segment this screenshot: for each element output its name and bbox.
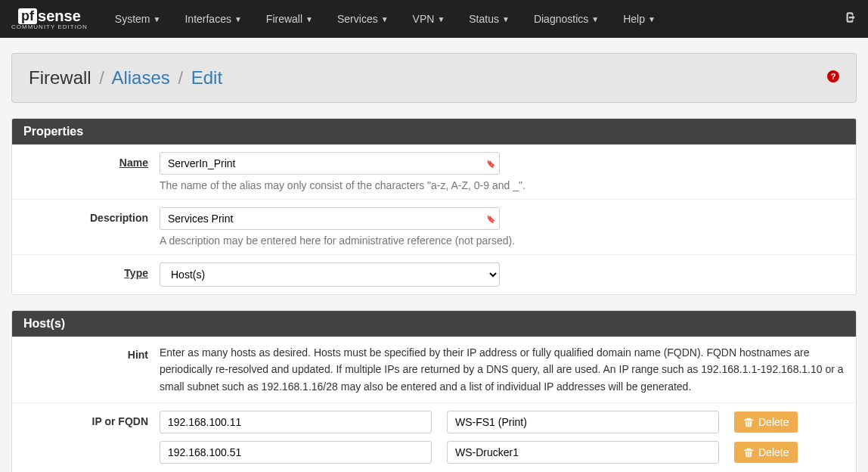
nav-diagnostics[interactable]: Diagnostics▼ xyxy=(522,2,611,36)
hosts-panel: Host(s) Hint Enter as many hosts as desi… xyxy=(11,310,857,472)
lastpass-icon: 🔖 xyxy=(486,215,495,223)
host-desc-input[interactable] xyxy=(447,441,719,464)
help-icon[interactable]: ? xyxy=(827,70,839,85)
nav-services[interactable]: Services▼ xyxy=(325,2,401,36)
label-name: Name xyxy=(119,157,148,169)
nav-interfaces[interactable]: Interfaces▼ xyxy=(172,2,253,36)
caret-down-icon: ▼ xyxy=(591,15,599,23)
caret-down-icon: ▼ xyxy=(305,15,313,23)
nav-firewall[interactable]: Firewall▼ xyxy=(254,2,325,36)
logo-edition: COMMUNITY EDITION xyxy=(11,23,88,30)
caret-down-icon: ▼ xyxy=(437,15,445,23)
breadcrumb: Firewall / Aliases / Edit xyxy=(29,67,222,88)
label-ipfqdn: IP or FQDN xyxy=(92,415,148,427)
top-navbar: pfsense COMMUNITY EDITION System▼ Interf… xyxy=(0,0,868,38)
form-group-type: Type Host(s) xyxy=(12,255,856,294)
hint-text: Enter as many hosts as desired. Hosts mu… xyxy=(160,344,845,395)
host-row: Delete xyxy=(160,441,845,464)
logo-pf: pf xyxy=(18,8,37,24)
host-ip-input[interactable] xyxy=(160,411,432,433)
form-group-hosts: IP or FQDN Delete xyxy=(12,403,856,472)
nav-help[interactable]: Help▼ xyxy=(611,2,668,36)
caret-down-icon: ▼ xyxy=(153,15,161,23)
trash-icon xyxy=(743,417,754,427)
lastpass-icon: 🔖 xyxy=(486,160,495,168)
breadcrumb-panel: Firewall / Aliases / Edit ? xyxy=(11,53,857,103)
host-desc-input[interactable] xyxy=(447,411,719,433)
form-group-description: Description 🔖 A description may be enter… xyxy=(12,200,856,255)
label-description: Description xyxy=(90,212,148,224)
description-input[interactable] xyxy=(160,207,500,230)
nav-items: System▼ Interfaces▼ Firewall▼ Services▼ … xyxy=(103,2,843,36)
breadcrumb-firewall: Firewall xyxy=(29,67,91,88)
delete-button[interactable]: Delete xyxy=(734,442,798,463)
caret-down-icon: ▼ xyxy=(502,15,510,23)
trash-icon xyxy=(743,447,754,458)
host-row: Delete xyxy=(160,411,845,433)
properties-panel: Properties Name 🔖 The name of the alias … xyxy=(11,118,857,295)
help-description: A description may be entered here for ad… xyxy=(160,234,845,247)
caret-down-icon: ▼ xyxy=(648,15,656,23)
name-input[interactable] xyxy=(160,152,500,175)
svg-text:?: ? xyxy=(831,72,836,81)
logout-icon[interactable] xyxy=(843,11,857,28)
help-name: The name of the alias may only consist o… xyxy=(160,179,845,191)
logo[interactable]: pfsense COMMUNITY EDITION xyxy=(11,8,88,30)
hosts-heading: Host(s) xyxy=(12,311,856,337)
nav-status[interactable]: Status▼ xyxy=(457,2,522,36)
caret-down-icon: ▼ xyxy=(381,15,389,23)
form-group-hint: Hint Enter as many hosts as desired. Hos… xyxy=(12,337,856,403)
breadcrumb-sep: / xyxy=(178,67,183,88)
host-ip-input[interactable] xyxy=(160,441,432,464)
label-hint: Hint xyxy=(128,349,148,361)
form-group-name: Name 🔖 The name of the alias may only co… xyxy=(12,144,856,200)
breadcrumb-sep: / xyxy=(99,67,104,88)
nav-system[interactable]: System▼ xyxy=(103,2,173,36)
label-type: Type xyxy=(124,267,148,279)
delete-button[interactable]: Delete xyxy=(734,411,798,433)
nav-vpn[interactable]: VPN▼ xyxy=(401,2,457,36)
type-select[interactable]: Host(s) xyxy=(160,262,500,287)
caret-down-icon: ▼ xyxy=(234,15,242,23)
logo-sense: sense xyxy=(38,8,81,25)
breadcrumb-aliases[interactable]: Aliases xyxy=(111,67,169,88)
properties-heading: Properties xyxy=(12,119,856,144)
breadcrumb-edit[interactable]: Edit xyxy=(191,67,222,88)
